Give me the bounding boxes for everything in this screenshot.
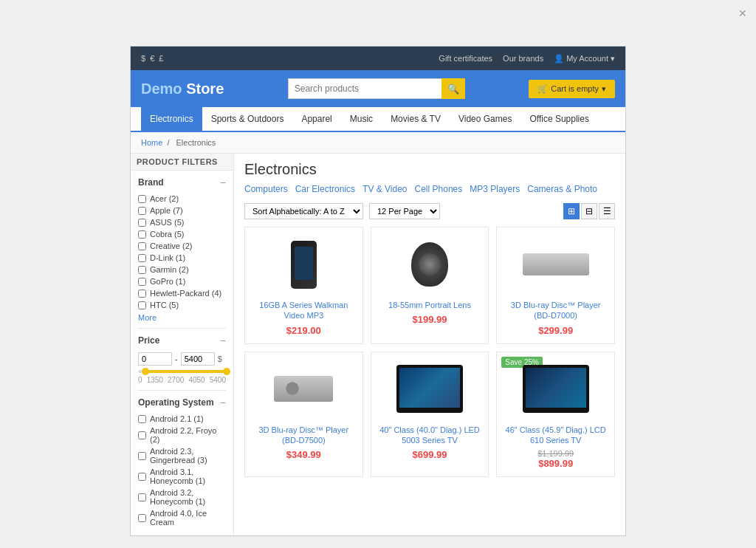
filter-brand-cobra[interactable]: Cobra (5) [138, 228, 226, 240]
cat-tab-car-electronics[interactable]: Car Electronics [295, 184, 355, 194]
account-chevron-icon: ▾ [611, 54, 615, 64]
filter-brand-gopro[interactable]: GoPro (1) [138, 275, 226, 287]
filter-brand-creative[interactable]: Creative (2) [138, 240, 226, 252]
price-filter-header[interactable]: Price − [138, 335, 226, 346]
price-slider-handle-left[interactable] [142, 368, 149, 375]
cat-tab-computers[interactable]: Computers [244, 184, 288, 194]
nav-music[interactable]: Music [341, 107, 382, 132]
filter-brand-hp[interactable]: Hewlett-Packard (4) [138, 287, 226, 299]
view-grid-2col-button[interactable]: ⊞ [563, 203, 580, 219]
filter-brand-asus[interactable]: ASUS (5) [138, 216, 226, 228]
currency-usd[interactable]: $ [141, 54, 145, 63]
filter-brand-apple-checkbox[interactable] [138, 207, 146, 215]
filter-brand-asus-label: ASUS (5) [150, 218, 184, 227]
filter-os-android22[interactable]: Android 2.2, Froyo (2) [138, 425, 226, 445]
price-slider-track[interactable] [138, 370, 226, 373]
filter-brand-dlink[interactable]: D-Link (1) [138, 252, 226, 264]
breadcrumb: Home / Electronics [131, 132, 625, 154]
filter-brand-htc-checkbox[interactable] [138, 301, 146, 309]
filter-brand-apple-label: Apple (7) [150, 206, 183, 215]
product-name-p2: 18-55mm Portrait Lens [379, 300, 481, 310]
filter-os-android31[interactable]: Android 3.1, Honeycomb (1) [138, 466, 226, 487]
breadcrumb-home[interactable]: Home [141, 138, 162, 147]
our-brands-link[interactable]: Our brands [503, 54, 543, 63]
cat-tab-tv-video[interactable]: TV & Video [362, 184, 407, 194]
filter-brand-creative-label: Creative (2) [150, 242, 192, 250]
filter-brand-htc[interactable]: HTC (5) [138, 299, 226, 311]
product-price-p1: $219.00 [252, 325, 355, 336]
filter-brand-garmin[interactable]: Garmin (2) [138, 264, 226, 275]
view-grid-3col-button[interactable]: ⊟ [581, 203, 597, 219]
os-filter-label: Operating System [138, 397, 214, 408]
price-label-1350: 1350 [147, 376, 163, 384]
cat-tab-cell-phones[interactable]: Cell Phones [415, 184, 463, 194]
nav-sports-outdoors[interactable]: Sports & Outdoors [202, 107, 293, 132]
sort-select[interactable]: Sort Alphabetically: A to Z [244, 203, 363, 219]
nav-apparel[interactable]: Apparel [292, 107, 340, 132]
brand-filter-header[interactable]: Brand − [138, 177, 226, 188]
close-button[interactable]: ✕ [738, 7, 747, 19]
cat-tab-cameras-photo[interactable]: Cameras & Photo [527, 184, 597, 194]
cart-button[interactable]: 🛒 Cart is empty ▾ [529, 80, 615, 98]
product-img-tv [396, 365, 463, 413]
product-card-p3[interactable]: 3D Blu-ray Disc™ Player (BD-D7000) $299.… [496, 227, 615, 344]
product-card-p6[interactable]: Save 25% 46" Class (45.9" Diag.) LCD 610… [496, 352, 615, 478]
filter-os-android32[interactable]: Android 3.2, Honeycomb (1) [138, 487, 226, 507]
filter-os-android32-checkbox[interactable] [138, 493, 146, 501]
filter-brand-garmin-checkbox[interactable] [138, 266, 146, 274]
per-page-select[interactable]: 12 Per Page [369, 203, 440, 219]
product-card-p1[interactable]: 16GB A Series Walkman Video MP3 $219.00 [244, 227, 363, 344]
filter-os-android32-label: Android 3.2, Honeycomb (1) [150, 488, 226, 506]
filter-os-android23[interactable]: Android 2.3, Gingerbread (3) [138, 445, 226, 466]
filter-os-android40[interactable]: Android 4.0, Ice Cream [138, 507, 226, 528]
product-card-p2[interactable]: 18-55mm Portrait Lens $199.99 [371, 227, 489, 344]
product-original-price-p6: $1,199.99 [504, 449, 607, 458]
cart-icon: 🛒 [537, 84, 548, 94]
price-slider-handle-right[interactable] [223, 368, 230, 375]
filter-os-android21[interactable]: Android 2.1 (1) [138, 413, 226, 425]
filter-os-android21-checkbox[interactable] [138, 415, 146, 423]
filter-os-android23-checkbox[interactable] [138, 452, 146, 460]
price-max-input[interactable] [181, 352, 215, 366]
product-img-phone [291, 241, 317, 289]
currency-gbp[interactable]: £ [159, 54, 163, 63]
filter-brand-asus-checkbox[interactable] [138, 219, 146, 227]
price-min-input[interactable] [138, 352, 172, 366]
nav-movies-tv[interactable]: Movies & TV [382, 107, 450, 132]
header: Demo Store 🔍 🛒 Cart is empty ▾ [131, 70, 625, 107]
price-range-inputs: - $ [138, 352, 226, 366]
product-image-p3 [504, 235, 607, 294]
nav-electronics[interactable]: Electronics [141, 107, 202, 132]
filter-brand-creative-checkbox[interactable] [138, 242, 146, 250]
view-list-button[interactable]: ☰ [599, 203, 615, 219]
brand-filter-more[interactable]: More [138, 313, 226, 322]
currency-eur[interactable]: € [150, 54, 154, 63]
search-button[interactable]: 🔍 [441, 78, 465, 99]
nav-video-games[interactable]: Video Games [450, 107, 521, 132]
filter-brand-gopro-checkbox[interactable] [138, 278, 146, 286]
os-filter-header[interactable]: Operating System − [138, 397, 226, 408]
filter-os-android22-checkbox[interactable] [138, 431, 146, 439]
filter-os-android31-checkbox[interactable] [138, 473, 146, 481]
gift-certificates-link[interactable]: Gift certificates [439, 54, 492, 63]
product-name-p1: 16GB A Series Walkman Video MP3 [252, 300, 355, 321]
filter-brand-acer-checkbox[interactable] [138, 195, 146, 203]
filter-brand-cobra-checkbox[interactable] [138, 230, 146, 239]
filter-os-android40-checkbox[interactable] [138, 514, 146, 522]
filter-brand-apple[interactable]: Apple (7) [138, 205, 226, 216]
logo[interactable]: Demo Store [141, 81, 224, 97]
cat-tab-mp3-players[interactable]: MP3 Players [470, 184, 520, 194]
filter-brand-hp-checkbox[interactable] [138, 290, 146, 298]
nav-office-supplies[interactable]: Office Supplies [520, 107, 598, 132]
my-account-button[interactable]: 👤 My Account ▾ [554, 54, 615, 64]
breadcrumb-current: Electronics [176, 138, 216, 147]
filter-brand-dlink-checkbox[interactable] [138, 254, 146, 262]
search-input[interactable] [288, 78, 441, 99]
filter-brand-acer[interactable]: Acer (2) [138, 193, 226, 205]
filter-os-android31-label: Android 3.1, Honeycomb (1) [150, 467, 226, 485]
product-card-p5[interactable]: 40" Class (40.0" Diag.) LED 5003 Series … [371, 352, 489, 478]
product-card-p4[interactable]: 3D Blu-ray Disc™ Player (BD-D7500) $349.… [244, 352, 363, 478]
currency-selector: $ € £ [141, 54, 163, 63]
price-label-4050: 4050 [188, 376, 205, 384]
filter-brand-garmin-label: Garmin (2) [150, 265, 189, 274]
